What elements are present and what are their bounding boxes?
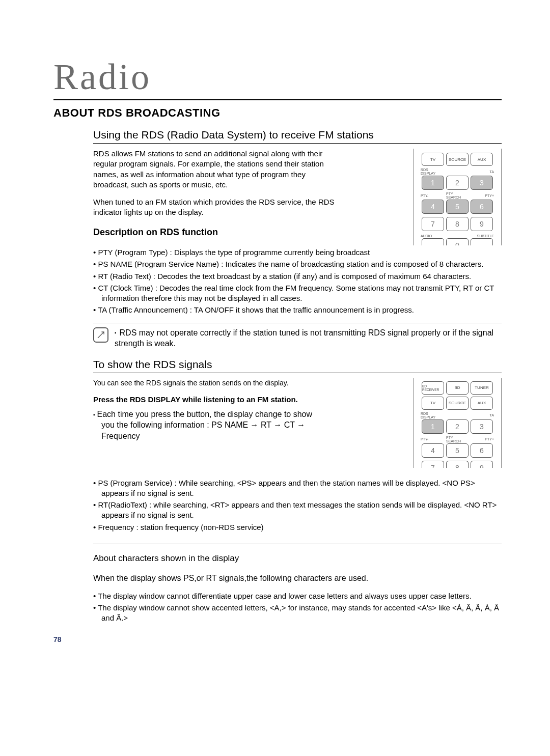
label-audio: AUDIO [420,234,443,238]
intro-paragraph-2: When tuned to an FM station which provid… [93,197,338,218]
section-heading: ABOUT RDS BROADCASTING [53,106,502,120]
remote-key-tv: TV [422,397,444,410]
label-ta: TA [471,412,495,419]
chapter-title: Radio [53,56,502,100]
label-rds-display: RDS DISPLAY [420,168,443,175]
remote-key-3: 3 [471,419,493,434]
bullet-rt2: RT(RadioText) : while searching, <RT> ap… [93,500,502,521]
label-pty-minus: PTY- [420,436,443,443]
remote-key-tuner: TUNER [471,381,493,395]
bullet-case: The display window cannot differentiate … [93,591,502,601]
remote-key-5: 5 [446,200,469,214]
about-chars-heading: About characters shown in the display [93,553,502,564]
label-ta: TA [471,168,495,175]
show-intro: You can see the RDS signals the station … [93,378,404,388]
remote-key-1: 1 [422,176,444,190]
remote-key-9: 9 [471,461,493,468]
remote-key-aux: AUX [471,397,493,410]
remote-key-aux: AUX [471,153,493,166]
label-subtitle: SUBTITLE [471,234,495,238]
show-paragraph: ▪Each time you press the button, the dis… [93,409,320,442]
label-pty-plus: PTY+ [471,436,495,443]
bullet-ta: TA (Traffic Announcement) : TA ON/OFF it… [93,305,502,315]
remote-key-4: 4 [422,443,444,458]
remote-key-8: 8 [446,461,469,468]
remote-key-9: 9 [471,217,493,231]
label-pty-minus: PTY- [420,192,443,199]
label-pty-plus: PTY+ [471,192,495,199]
note-text: ▪RDS may not operate correctly if the st… [115,327,502,349]
description-heading: Description on RDS function [93,227,404,238]
remote-key-3: 3 [471,176,493,190]
remote-key-6: 6 [471,200,493,214]
bullet-accents: The display window cannot show accented … [93,603,502,624]
remote-key-2: 2 [446,419,469,434]
subheading-using-rds: Using the RDS (Radio Data System) to rec… [93,129,502,144]
divider [93,544,502,544]
intro-paragraph-1: RDS allows FM stations to send an additi… [93,149,338,190]
manual-page: Radio ABOUT RDS BROADCASTING Using the R… [0,0,550,659]
remote-key-bd: BD [446,381,469,395]
remote-key-bd-receiver: BD RECEIVER [422,381,444,395]
about-chars-bullets: The display window cannot differentiate … [93,591,502,624]
bullet-rt: RT (Radio Text) : Decodes the text broad… [93,271,502,282]
bullet-ps: PS (Program Service) : While searching, … [93,478,502,499]
remote-key-5: 5 [446,443,469,458]
remote-key-1: 1 [422,419,444,434]
label-rds-display: RDS DISPLAY [420,412,443,419]
show-bullets: PS (Program Service) : While searching, … [93,478,502,533]
note-box: ▪RDS may not operate correctly if the st… [93,323,502,349]
remote-key-tv: TV [422,153,444,166]
remote-illustration-1: TV SOURCE AUX RDS DISPLAY TA 1 2 3 [413,149,502,245]
bullet-ps-name: PS NAME (Program Service Name) : Indicat… [93,259,502,269]
page-number: 78 [53,635,62,643]
remote-key-source: SOURCE [446,153,469,166]
remote-key-0: 0 [446,238,469,245]
remote-key-6: 6 [471,443,493,458]
remote-key-source: SOURCE [446,397,469,410]
note-icon [93,327,108,343]
bullet-ct: CT (Clock Time) : Decodes the real time … [93,283,502,304]
subheading-show-rds: To show the RDS signals [93,358,502,373]
show-instruction: Press the RDS DISPLAY while listening to… [93,395,404,404]
about-chars-intro: When the display shows PS,or RT signals,… [93,573,502,584]
remote-key-4: 4 [422,200,444,214]
bullet-pty: PTY (Program Type) : Displays the type o… [93,247,502,258]
label-pty-search: PTY SEARCH [445,436,469,443]
remote-illustration-2: BD RECEIVER BD TUNER TV SOURCE AUX RDS D… [413,378,502,468]
remote-key-2: 2 [446,176,469,190]
bullet-frequency: Frequency : station frequency (non-RDS s… [93,522,502,533]
remote-key-7: 7 [422,461,444,468]
remote-key-8: 8 [446,217,469,231]
label-pty-search: PTY SEARCH [445,192,469,199]
description-bullets: PTY (Program Type) : Displays the type o… [93,247,502,316]
remote-key-7: 7 [422,217,444,231]
